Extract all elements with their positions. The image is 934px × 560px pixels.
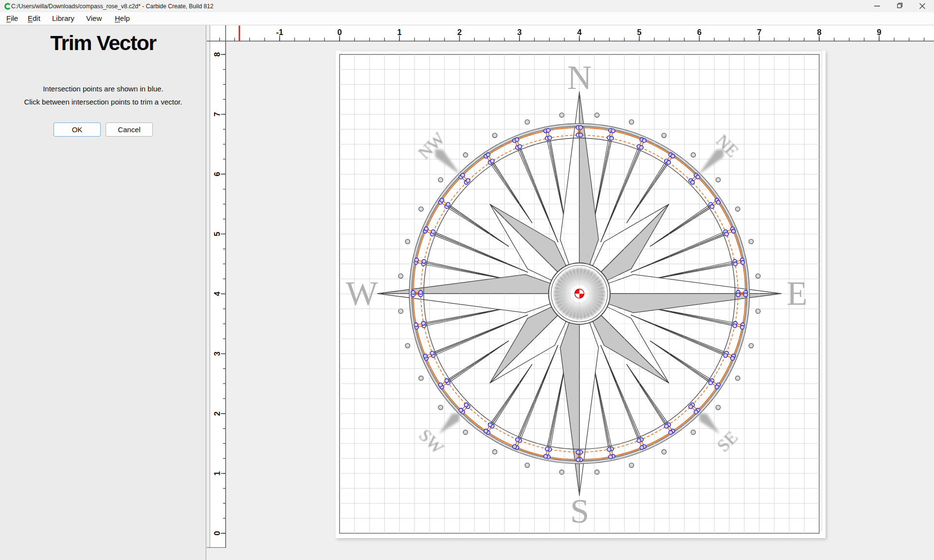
svg-text:3: 3 [213, 351, 221, 356]
svg-text:8: 8 [213, 52, 221, 56]
svg-text:1: 1 [397, 28, 402, 36]
svg-text:2: 2 [213, 411, 221, 416]
svg-text:8: 8 [817, 28, 821, 36]
svg-text:2: 2 [457, 28, 462, 36]
svg-text:0: 0 [213, 531, 221, 535]
svg-text:S: S [570, 492, 589, 530]
svg-text:-1: -1 [276, 28, 283, 36]
svg-text:3: 3 [517, 28, 521, 36]
svg-text:4: 4 [577, 28, 582, 36]
svg-text:W: W [346, 275, 378, 312]
svg-text:6: 6 [213, 172, 221, 176]
svg-text:4: 4 [213, 291, 221, 296]
svg-text:7: 7 [213, 112, 221, 117]
svg-text:5: 5 [213, 232, 221, 236]
svg-text:7: 7 [757, 28, 761, 36]
svg-text:0: 0 [337, 28, 341, 36]
svg-text:9: 9 [877, 28, 881, 36]
svg-text:5: 5 [637, 28, 642, 36]
svg-text:6: 6 [697, 28, 701, 36]
svg-text:1: 1 [213, 471, 221, 475]
